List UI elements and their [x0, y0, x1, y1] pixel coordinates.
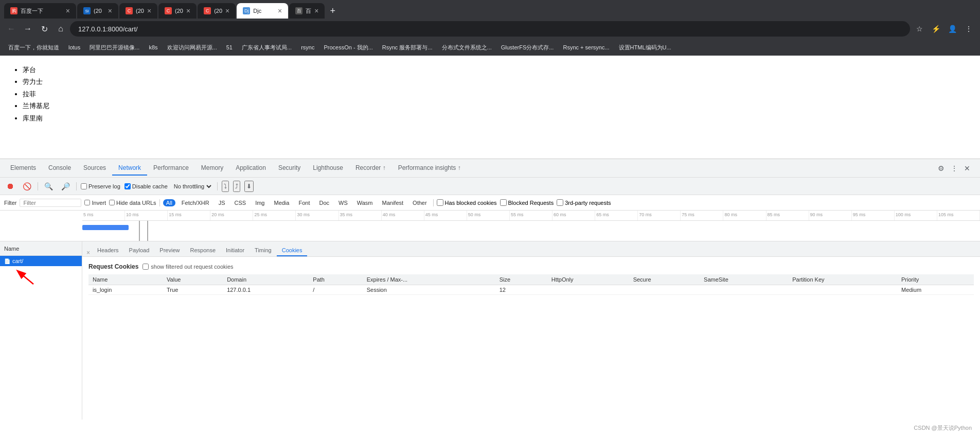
- filter-type-font[interactable]: Font: [295, 199, 313, 206]
- devtools-tab-elements[interactable]: Elements: [4, 161, 42, 176]
- third-party-input[interactable]: [557, 199, 563, 206]
- disable-cache-checkbox[interactable]: Disable cache: [124, 183, 168, 189]
- filter-type-all[interactable]: All: [163, 199, 175, 206]
- devtools-tab-perf-insights[interactable]: Performance insights ↑: [392, 161, 467, 176]
- bookmark-processon[interactable]: ProcessOn - 我的...: [319, 42, 377, 53]
- col-name: Name: [88, 274, 163, 285]
- filter-type-img[interactable]: Img: [252, 199, 268, 206]
- bookmark-rsync3[interactable]: Rsync + sersync...: [559, 43, 613, 52]
- detail-tab-payload[interactable]: Payload: [124, 245, 155, 256]
- bookmark-distributed[interactable]: 分布式文件系统之...: [438, 42, 496, 53]
- reload-button[interactable]: ↻: [37, 22, 51, 36]
- search-icon[interactable]: 🔎: [59, 181, 72, 191]
- tab-c3[interactable]: C (20 ×: [198, 3, 236, 19]
- filter-input[interactable]: [20, 199, 81, 207]
- export-icon[interactable]: ⤴: [233, 181, 240, 192]
- bookmark-lotus[interactable]: lotus: [64, 43, 84, 52]
- import-icon[interactable]: ⤵: [222, 181, 229, 192]
- filter-type-css[interactable]: CSS: [231, 199, 250, 206]
- bookmark-button[interactable]: ☆: [912, 22, 926, 36]
- bookmark-html[interactable]: 设置HTML编码为U...: [615, 42, 675, 53]
- bookmark-rsync[interactable]: rsync: [297, 43, 318, 52]
- devtools-tab-sources[interactable]: Sources: [77, 161, 112, 176]
- filter-type-other[interactable]: Other: [409, 199, 430, 206]
- tab-close-2[interactable]: ×: [108, 7, 112, 15]
- preserve-log-input[interactable]: [81, 183, 87, 189]
- show-filtered-input[interactable]: [142, 264, 149, 270]
- download-icon[interactable]: ⬇: [244, 181, 254, 192]
- third-party-checkbox[interactable]: 3rd-party requests: [557, 199, 611, 206]
- filter-type-fetch[interactable]: Fetch/XHR: [179, 199, 212, 206]
- new-tab-button[interactable]: +: [326, 3, 340, 19]
- bookmark-wangyi[interactable]: 欢迎访问网易开源...: [163, 42, 221, 53]
- bookmark-51[interactable]: 51: [222, 43, 237, 52]
- filter-type-wasm[interactable]: Wasm: [354, 199, 376, 206]
- tab-c2[interactable]: C (20 ×: [158, 3, 197, 19]
- detail-tab-preview[interactable]: Preview: [154, 245, 185, 256]
- disable-cache-input[interactable]: [124, 183, 131, 189]
- devtools-tab-recorder[interactable]: Recorder ↑: [349, 161, 392, 176]
- forward-button[interactable]: →: [21, 22, 35, 36]
- extension-button[interactable]: ⚡: [929, 22, 943, 36]
- address-bar[interactable]: [70, 21, 910, 37]
- hide-data-urls-checkbox[interactable]: Hide data URLs: [109, 200, 156, 206]
- show-filtered-checkbox[interactable]: show filtered out request cookies: [142, 264, 233, 270]
- request-item-cart[interactable]: 📄 cart/: [0, 256, 82, 266]
- detail-tab-response[interactable]: Response: [185, 245, 221, 256]
- tab-c1[interactable]: C (20 ×: [119, 3, 157, 19]
- invert-input[interactable]: [84, 200, 90, 205]
- bookmark-glusterfs[interactable]: GlusterFS分布式存...: [497, 42, 558, 53]
- bookmark-alibaba[interactable]: 阿里巴巴开源镜像...: [85, 42, 144, 53]
- tab-close-5[interactable]: ×: [225, 7, 229, 15]
- devtools-tab-performance[interactable]: Performance: [147, 161, 195, 176]
- devtools-tab-security[interactable]: Security: [272, 161, 307, 176]
- tab-active[interactable]: Dj Djc ×: [237, 3, 288, 19]
- blocked-requests-checkbox[interactable]: Blocked Requests: [500, 199, 554, 206]
- detail-tab-cookies[interactable]: Cookies: [277, 245, 308, 256]
- tab-extra[interactable]: 百 百 ×: [289, 3, 325, 19]
- table-row[interactable]: is_login True 127.0.0.1 / Session 12: [88, 285, 974, 295]
- devtools-tab-memory[interactable]: Memory: [195, 161, 229, 176]
- tab-slo[interactable]: Sl (20 ×: [77, 3, 118, 19]
- menu-button[interactable]: ⋮: [961, 22, 976, 36]
- detail-tab-initiator[interactable]: Initiator: [221, 245, 250, 256]
- detail-tab-close[interactable]: ×: [86, 249, 90, 256]
- bookmark-k8s[interactable]: k8s: [145, 43, 162, 52]
- has-blocked-input[interactable]: [437, 199, 443, 206]
- tab-close-3[interactable]: ×: [147, 7, 151, 15]
- blocked-requests-input[interactable]: [500, 199, 507, 206]
- tab-baidu[interactable]: 购 百度一下 ×: [4, 3, 76, 19]
- devtools-settings-icon[interactable]: ⚙: [936, 163, 946, 174]
- preserve-log-checkbox[interactable]: Preserve log: [81, 183, 120, 189]
- devtools-more-icon[interactable]: ⋮: [949, 163, 959, 174]
- back-button[interactable]: ←: [4, 22, 19, 36]
- filter-type-media[interactable]: Media: [271, 199, 292, 206]
- devtools-tab-network[interactable]: Network: [112, 161, 147, 176]
- record-button[interactable]: ⏺: [4, 181, 16, 192]
- throttle-select[interactable]: No throttling: [172, 183, 213, 190]
- filter-type-js[interactable]: JS: [216, 199, 228, 206]
- hide-data-input[interactable]: [109, 200, 115, 205]
- devtools-dock-icon[interactable]: ✕: [963, 163, 972, 174]
- bookmark-gd[interactable]: 广东省人事考试局...: [238, 42, 296, 53]
- devtools-tab-lighthouse[interactable]: Lighthouse: [307, 161, 349, 176]
- filter-icon[interactable]: 🔍: [42, 181, 55, 191]
- filter-type-doc[interactable]: Doc: [316, 199, 332, 206]
- bookmark-baidu[interactable]: 百度一下，你就知道: [4, 42, 63, 53]
- bookmark-rsync2[interactable]: Rsync 服务部署与...: [378, 42, 437, 53]
- filter-type-ws[interactable]: WS: [335, 199, 351, 206]
- detail-tab-timing[interactable]: Timing: [250, 245, 277, 256]
- tab-close-active[interactable]: ×: [278, 7, 282, 15]
- detail-tab-headers[interactable]: Headers: [92, 245, 124, 256]
- tab-close-4[interactable]: ×: [186, 7, 190, 15]
- tab-close-icon[interactable]: ×: [66, 7, 70, 15]
- tab-close-extra[interactable]: ×: [314, 7, 318, 15]
- profile-button[interactable]: 👤: [945, 22, 959, 36]
- devtools-tab-console[interactable]: Console: [42, 161, 77, 176]
- has-blocked-checkbox[interactable]: Has blocked cookies: [437, 199, 497, 206]
- invert-checkbox[interactable]: Invert: [84, 200, 106, 206]
- devtools-tab-application[interactable]: Application: [229, 161, 272, 176]
- filter-type-manifest[interactable]: Manifest: [379, 199, 407, 206]
- clear-button[interactable]: 🚫: [21, 181, 33, 191]
- home-button[interactable]: ⌂: [54, 22, 68, 36]
